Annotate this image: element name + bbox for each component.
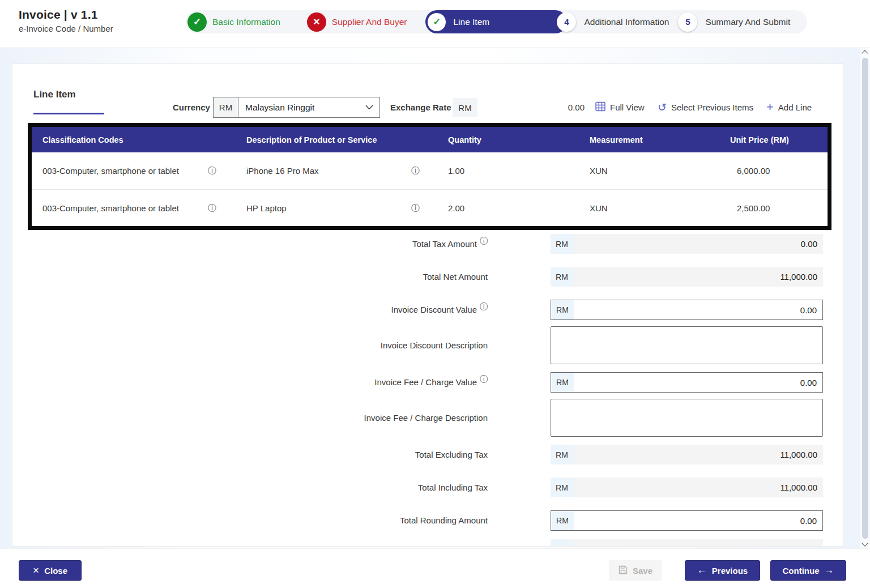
- invoice-discount-description-input[interactable]: [551, 326, 823, 364]
- footer-bar: × Close Save ← Previous Continue →: [0, 548, 870, 588]
- rm-prefix-badge: RM: [551, 478, 573, 497]
- unit-price-value[interactable]: 6,000.00: [730, 166, 828, 176]
- add-line-button[interactable]: + Add Line: [766, 99, 812, 115]
- continue-button[interactable]: Continue →: [770, 560, 846, 581]
- step-basic-information[interactable]: Basic Information: [212, 17, 280, 27]
- close-label: Close: [44, 566, 67, 576]
- col-quantity: Quantity: [448, 135, 590, 144]
- currency-select[interactable]: RM Malaysian Ringgit: [213, 97, 380, 118]
- total-including-tax-field: RM 11,000.00: [551, 478, 823, 497]
- step-supplier-and-buyer[interactable]: Supplier And Buyer: [332, 17, 407, 27]
- line-item-card: Line Item Currency RM Malaysian Ringgit …: [12, 63, 844, 547]
- currency-label: Currency: [173, 103, 210, 112]
- measurement-value[interactable]: XUN: [590, 166, 730, 176]
- invoice-discount-value-input[interactable]: [574, 300, 822, 319]
- title-block: Invoice | v 1.1 e-Invoice Code / Number: [19, 8, 113, 33]
- rm-prefix-badge: RM: [551, 300, 574, 319]
- step-summary-and-submit[interactable]: Summary And Submit: [705, 17, 790, 27]
- col-classification-codes: Classification Codes: [42, 135, 208, 144]
- step-error-icon: ×: [307, 12, 326, 32]
- field-label: Total Including Tax: [418, 483, 488, 492]
- step-line-item-active-pill[interactable]: ✓ Line Item: [425, 10, 567, 33]
- field-label: Total Tax Amount: [412, 239, 477, 249]
- arrow-right-icon: →: [825, 565, 834, 576]
- select-previous-items-button[interactable]: ↺ Select Previous Items: [658, 99, 753, 115]
- col-measurement: Measurement: [590, 135, 730, 144]
- close-icon: ×: [33, 564, 39, 577]
- line-item-table-highlight-frame: Classification Codes Description of Prod…: [28, 123, 831, 230]
- rm-prefix-badge: RM: [551, 234, 573, 254]
- previous-button[interactable]: ← Previous: [685, 560, 760, 581]
- total-including-tax-value: 11,000.00: [573, 478, 823, 497]
- check-icon: ✓: [433, 16, 441, 28]
- invoice-fee-charge-description-input[interactable]: [551, 399, 823, 437]
- exchange-rate-label: Exchange Rate: [390, 103, 451, 112]
- unit-price-value[interactable]: 2,500.00: [730, 203, 828, 213]
- invoice-discount-value-field: RM: [551, 300, 823, 320]
- wizard-stepper: ✓ Basic Information × Supplier And Buyer…: [186, 10, 807, 33]
- currency-prefix-badge: RM: [214, 97, 238, 117]
- info-icon[interactable]: ⓘ: [480, 374, 488, 385]
- col-description: Description of Product or Service: [246, 135, 411, 144]
- cross-icon: ×: [313, 15, 320, 28]
- scroll-up-icon[interactable]: [862, 50, 868, 56]
- step-success-icon: ✓: [187, 12, 207, 32]
- grid-icon: [595, 101, 605, 113]
- rm-prefix-badge: RM: [551, 445, 573, 465]
- info-icon[interactable]: ⓘ: [480, 236, 488, 246]
- rm-prefix-badge: RM: [551, 511, 574, 530]
- exchange-rate-prefix-badge: RM: [453, 98, 477, 117]
- step-number-5: 5: [678, 12, 697, 32]
- info-icon[interactable]: ⓘ: [411, 165, 448, 176]
- info-icon[interactable]: ⓘ: [480, 302, 488, 312]
- col-unit-price: Unit Price (RM): [730, 135, 828, 144]
- scrollbar-thumb[interactable]: [862, 58, 868, 539]
- vertical-scrollbar[interactable]: [860, 48, 870, 548]
- table-row[interactable]: 003-Computer, smartphone or tablet ⓘ HP …: [32, 189, 828, 226]
- add-line-label: Add Line: [778, 103, 812, 112]
- save-icon: [619, 565, 628, 576]
- description-value[interactable]: iPhone 16 Pro Max: [246, 166, 411, 176]
- field-label: Invoice Discount Value: [391, 305, 477, 314]
- step-active-check-icon: ✓: [427, 12, 446, 32]
- classification-value[interactable]: 003-Computer, smartphone or tablet: [42, 166, 208, 176]
- total-rounding-amount-input[interactable]: [574, 511, 822, 530]
- continue-label: Continue: [783, 566, 820, 576]
- step-additional-information[interactable]: Additional Information: [584, 17, 669, 27]
- step-5-number: 5: [685, 17, 690, 27]
- measurement-value[interactable]: XUN: [590, 203, 730, 213]
- field-label: Total Net Amount: [423, 272, 488, 282]
- section-title: Line Item: [33, 89, 76, 100]
- rm-prefix-badge: [551, 539, 573, 547]
- section-title-underline: [33, 113, 104, 114]
- page-title: Invoice | v 1.1: [19, 8, 113, 22]
- check-icon: ✓: [193, 16, 201, 28]
- total-net-amount-value: 11,000.00: [573, 267, 823, 287]
- info-icon[interactable]: ⓘ: [208, 203, 246, 214]
- quantity-value[interactable]: 2.00: [448, 203, 590, 213]
- save-button[interactable]: Save: [609, 560, 662, 581]
- total-tax-amount-value: 0.00: [573, 234, 823, 254]
- quantity-value[interactable]: 1.00: [448, 166, 590, 176]
- arrow-left-icon: ←: [697, 565, 707, 576]
- info-icon[interactable]: ⓘ: [208, 165, 246, 176]
- total-excluding-tax-value: 11,000.00: [573, 445, 823, 465]
- rm-prefix-badge: RM: [551, 267, 573, 287]
- table-row[interactable]: 003-Computer, smartphone or tablet ⓘ iPh…: [32, 152, 828, 189]
- table-header-row: Classification Codes Description of Prod…: [32, 127, 828, 152]
- scroll-down-icon[interactable]: [862, 540, 868, 546]
- total-net-amount-field: RM 11,000.00: [551, 267, 823, 287]
- invoice-fee-charge-value-input[interactable]: [574, 373, 822, 392]
- plus-icon: +: [766, 100, 774, 114]
- info-icon[interactable]: ⓘ: [411, 203, 448, 214]
- description-value[interactable]: HP Laptop: [246, 203, 411, 213]
- full-view-button[interactable]: Full View: [595, 99, 645, 115]
- total-tax-amount-field: RM 0.00: [551, 234, 823, 254]
- full-view-label: Full View: [610, 103, 645, 112]
- close-button[interactable]: × Close: [19, 560, 82, 581]
- save-label: Save: [633, 566, 652, 576]
- classification-value[interactable]: 003-Computer, smartphone or tablet: [42, 203, 208, 213]
- total-rounding-amount-field: RM: [551, 510, 823, 531]
- step-number-4: 4: [557, 12, 576, 32]
- exchange-rate-value: 0.00: [551, 103, 585, 112]
